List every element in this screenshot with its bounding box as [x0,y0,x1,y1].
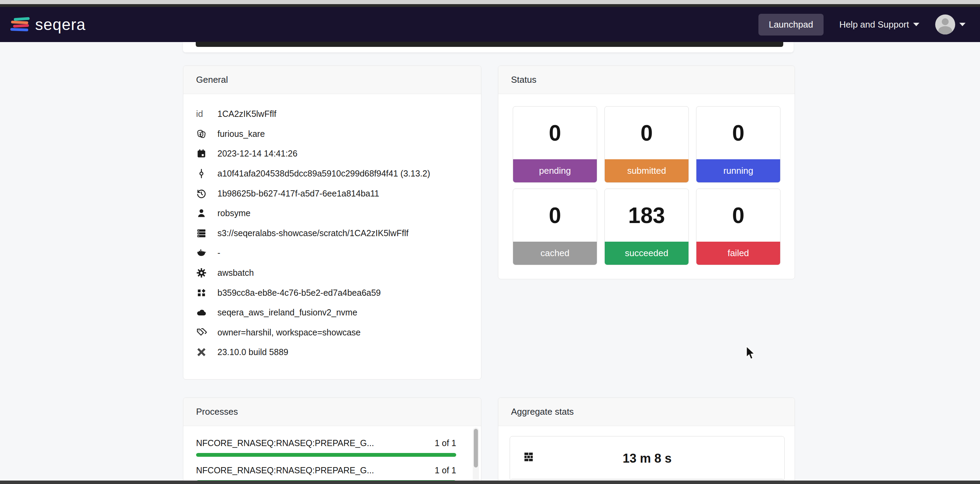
status-count: 0 [513,107,597,159]
scrolled-command-card [183,42,794,53]
chevron-down-icon [913,23,920,26]
general-row-session: 1b98625b-b627-417f-a5d7-6ee1a814ba11 [196,183,471,204]
general-row-compute-env-id: b359cc8a-eb8e-4c76-b5e2-ed7a4bea6a59 [196,283,471,302]
app-window: seqera Launchpad Help and Support Genera… [0,0,980,484]
calendar-icon [196,148,218,159]
process-list-item[interactable]: NFCORE_RNASEQ:RNASEQ:PREPARE_G... 1 of 1 [196,438,456,457]
status-tile-label: running [697,159,780,182]
general-card-title: General [183,66,481,94]
process-progress-track [196,453,456,457]
general-row-user: robsyme [196,204,471,223]
status-tile-failed[interactable]: 0 failed [696,189,781,265]
status-count: 0 [513,189,597,242]
status-tile-pending[interactable]: 0 pending [513,106,597,183]
top-navbar: seqera Launchpad Help and Support [0,7,980,42]
status-card: Status 0 pending 0 submitted 0 running 0… [498,65,795,279]
brand-wordmark: seqera [35,15,86,34]
user-icon [196,208,218,218]
avatar [935,14,955,35]
status-tile-label: cached [513,242,597,265]
browser-chrome-strip [0,0,980,4]
history-icon [196,188,218,199]
chevron-down-icon [959,23,966,26]
processes-scrollbar-thumb[interactable] [474,429,478,468]
seqera-logo[interactable]: seqera [10,15,86,34]
processes-card: Processes NFCORE_RNASEQ:RNASEQ:PREPARE_G… [183,398,481,484]
process-progress-fill [196,453,456,457]
server-icon [196,228,218,239]
docker-icon [196,247,218,258]
status-tile-label: failed [697,242,780,265]
processes-card-title: Processes [183,398,481,426]
status-tile-label: submitted [605,159,689,182]
launchpad-button[interactable]: Launchpad [759,14,824,35]
status-tile-submitted[interactable]: 0 submitted [605,106,689,183]
status-tile-label: succeeded [605,242,689,265]
masks-theater-icon [196,129,218,139]
general-card: General id 1CA2zIK5lwFflf furious_kare [183,65,481,379]
tags-icon [196,327,218,338]
status-tile-running[interactable]: 0 running [696,106,781,183]
general-row-workdir: s3://seqeralabs-showcase/scratch/1CA2zIK… [196,223,471,244]
id-label: id [196,108,218,119]
window-edge-bottom [0,481,980,484]
process-progress-label: 1 of 1 [434,438,456,449]
status-count: 0 [697,107,780,159]
walltime-value: 13 m 8 s [510,436,784,481]
aggregate-stats-title: Aggregate stats [498,398,795,426]
terminal-block [196,42,783,47]
page-top-border [0,4,980,7]
processes-scrollbar-track [473,427,479,484]
general-row-executor: awsbatch [196,263,471,283]
status-tile-cached[interactable]: 0 cached [513,189,597,265]
process-progress-label: 1 of 1 [434,465,456,476]
help-and-support-menu[interactable]: Help and Support [839,19,920,30]
general-row-compute-env-name: seqera_aws_ireland_fusionv2_nvme [196,302,471,323]
git-commit-icon [196,168,218,179]
general-row-id: id 1CA2zIK5lwFflf [196,104,471,124]
status-card-title: Status [498,66,795,94]
walltime-tile: 13 m 8 s [510,436,784,481]
gear-icon [196,267,218,278]
status-tile-label: pending [513,159,597,182]
process-name: NFCORE_RNASEQ:RNASEQ:PREPARE_G... [196,465,374,476]
general-row-container: - [196,243,471,263]
mouse-cursor [745,346,757,362]
cloud-icon [196,307,218,318]
status-count: 183 [605,189,689,242]
nextflow-icon [196,347,218,358]
general-row-labels: owner=harshil, workspace=showcase [196,323,471,343]
seqera-logo-icon [10,17,30,32]
help-menu-label: Help and Support [839,19,909,30]
user-menu[interactable] [935,14,966,35]
status-count: 0 [605,107,689,159]
status-tile-succeeded[interactable]: 183 succeeded [605,189,689,265]
avatar-person-icon [942,18,949,25]
process-name: NFCORE_RNASEQ:RNASEQ:PREPARE_G... [196,438,374,449]
general-row-commit: a10f41afa204538d5dcc89a5910c299d68f94f41… [196,164,471,184]
status-count: 0 [697,189,780,242]
general-row-run-name: furious_kare [196,124,471,144]
components-icon [196,288,218,298]
general-row-nextflow-version: 23.10.0 build 5889 [196,342,471,362]
aggregate-stats-card: Aggregate stats 13 m 8 s [498,398,795,484]
general-row-start-date: 2023-12-14 14:41:26 [196,144,471,164]
